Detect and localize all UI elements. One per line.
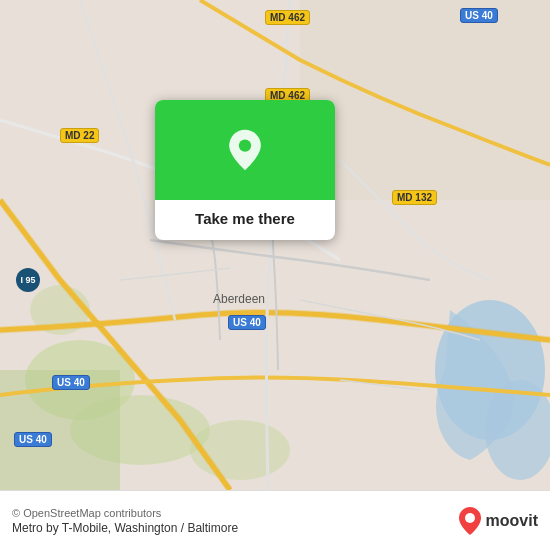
map-container: MD 462 MD 462 MD 22 US 40 MD 132 I 95 US… <box>0 0 550 490</box>
moovit-logo: moovit <box>458 506 538 536</box>
road-label-us40-bot: US 40 <box>14 432 52 447</box>
road-label-md22: MD 22 <box>60 128 99 143</box>
take-me-there-label[interactable]: Take me there <box>195 210 295 227</box>
moovit-brand-text: moovit <box>486 512 538 530</box>
road-label-md462-top: MD 462 <box>265 10 310 25</box>
copyright-text: © OpenStreetMap contributors <box>12 507 238 519</box>
road-label-us40-top: US 40 <box>460 8 498 23</box>
popup-card: Take me there <box>155 100 335 240</box>
bottom-bar: © OpenStreetMap contributors Metro by T-… <box>0 490 550 550</box>
app-info: Metro by T-Mobile, Washington / Baltimor… <box>12 521 238 535</box>
moovit-pin-icon <box>458 506 482 536</box>
road-label-md132: MD 132 <box>392 190 437 205</box>
road-label-i95: I 95 <box>16 268 40 292</box>
popup-header <box>155 100 335 200</box>
svg-point-10 <box>465 513 475 523</box>
map-svg <box>0 0 550 490</box>
svg-rect-8 <box>300 0 550 200</box>
location-pin-icon <box>223 128 267 172</box>
city-label: Aberdeen <box>213 292 265 306</box>
road-label-us40-left: US 40 <box>52 375 90 390</box>
popup-body: Take me there <box>155 200 335 240</box>
road-label-us40-mid: US 40 <box>228 315 266 330</box>
bottom-left-info: © OpenStreetMap contributors Metro by T-… <box>12 507 238 535</box>
svg-point-9 <box>239 139 251 151</box>
